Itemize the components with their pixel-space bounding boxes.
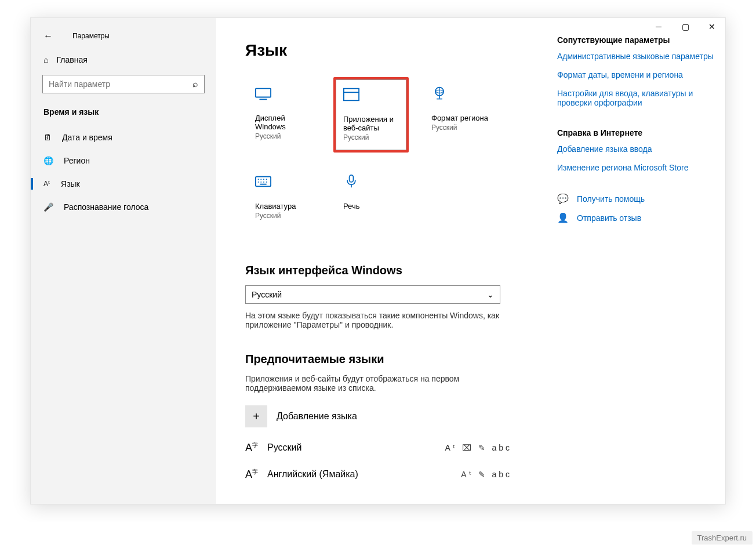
help-icon: 💬: [557, 193, 568, 204]
language-glyph-icon: A字: [245, 468, 258, 481]
plus-icon: +: [245, 405, 267, 427]
window-controls: ─ ▢ ✕: [645, 18, 725, 35]
home-icon: ⌂: [43, 55, 48, 64]
select-value: Русский: [252, 290, 282, 299]
language-name: Английский (Ямайка): [267, 469, 358, 480]
get-help-link[interactable]: Получить помощь: [577, 194, 645, 204]
globe-icon: 🌐: [43, 156, 53, 165]
back-button[interactable]: ←: [43, 31, 53, 41]
link-admin-lang[interactable]: Административные языковые параметры: [557, 52, 714, 61]
language-icon: Aᵗ: [43, 180, 50, 188]
section-interface-lang: Язык интерфейса Windows: [245, 264, 528, 277]
search-input[interactable]: ⌕: [42, 75, 205, 93]
related-heading: Сопутствующие параметры: [557, 35, 714, 45]
apps-icon: [343, 87, 401, 110]
svg-rect-2: [344, 89, 359, 101]
main-content: Язык Дисплей Windows Русский Приложения …: [216, 18, 557, 504]
sidebar-item-label: Регион: [64, 156, 90, 165]
language-feature-icons: Aᵗ ⌧ ✎ abc: [445, 443, 512, 452]
section-preferred-langs: Предпочитаемые языки: [245, 353, 528, 366]
sidebar: ← Параметры ⌂ Главная ⌕ Время и язык 🗓 Д…: [31, 18, 216, 504]
sidebar-item-region[interactable]: 🌐 Регион: [31, 149, 216, 172]
add-language-label: Добавление языка: [277, 411, 357, 422]
svg-point-12: [258, 182, 259, 183]
interface-lang-desc: На этом языке будут показываться такие к…: [245, 311, 512, 329]
sidebar-item-speech[interactable]: 🎤 Распознавание голоса: [31, 195, 216, 219]
svg-rect-7: [256, 177, 271, 187]
svg-point-8: [258, 179, 259, 180]
tile-sub: Русский: [255, 132, 314, 140]
minimize-button[interactable]: ─: [645, 18, 672, 35]
tile-keyboard[interactable]: Клавиатура Русский: [245, 165, 321, 241]
sidebar-home-label: Главная: [56, 55, 87, 64]
tile-sub: Русский: [255, 212, 314, 220]
chevron-down-icon: ⌄: [487, 290, 494, 299]
language-glyph-icon: A字: [245, 441, 258, 454]
sidebar-home[interactable]: ⌂ Главная: [31, 41, 216, 75]
svg-rect-0: [256, 89, 271, 97]
sidebar-item-label: Язык: [61, 179, 80, 188]
help-heading: Справка в Интернете: [557, 128, 714, 137]
search-field[interactable]: [49, 79, 192, 89]
svg-point-10: [263, 179, 264, 180]
language-row-english-jamaica[interactable]: A字 Английский (Ямайка) Aᵗ ✎ abc: [245, 461, 512, 488]
svg-point-9: [260, 179, 261, 180]
get-help-row[interactable]: 💬 Получить помощь: [557, 193, 714, 204]
link-date-format[interactable]: Формат даты, времени и региона: [557, 70, 714, 79]
sidebar-item-label: Дата и время: [62, 133, 112, 142]
tile-speech[interactable]: Речь: [333, 165, 409, 241]
preferred-langs-desc: Приложения и веб-сайты будут отображатьс…: [245, 374, 512, 393]
add-language-row[interactable]: + Добавление языка: [245, 398, 512, 434]
calendar-icon: 🗓: [43, 133, 52, 142]
sidebar-item-language[interactable]: Aᵗ Язык: [31, 172, 216, 195]
page-title: Язык: [245, 41, 528, 60]
mic-icon: [343, 174, 402, 197]
app-title: Параметры: [72, 32, 110, 40]
tile-label: Клавиатура: [255, 202, 314, 211]
search-icon: ⌕: [192, 79, 198, 89]
tile-label: Речь: [343, 202, 402, 211]
tile-sub: Русский: [343, 133, 401, 141]
svg-point-13: [260, 182, 261, 183]
tile-apps-websites[interactable]: Приложения и веб-сайты Русский: [333, 77, 409, 153]
language-name: Русский: [267, 442, 301, 453]
link-add-input-lang[interactable]: Добавление языка ввода: [557, 144, 714, 154]
microphone-icon: 🎤: [43, 202, 53, 212]
tile-display[interactable]: Дисплей Windows Русский: [245, 77, 321, 153]
link-input-settings[interactable]: Настройки для ввода, клавиатуры и провер…: [557, 89, 714, 107]
right-column: Сопутствующие параметры Административные…: [557, 18, 725, 504]
tile-label: Дисплей Windows: [255, 114, 314, 131]
tile-region-format[interactable]: Формат региона Русский: [421, 77, 497, 153]
svg-point-15: [266, 182, 267, 183]
sidebar-group-title: Время и язык: [31, 101, 216, 126]
maximize-button[interactable]: ▢: [672, 18, 699, 35]
svg-point-11: [266, 179, 267, 180]
monitor-icon: [255, 86, 314, 109]
sidebar-item-label: Распознавание голоса: [64, 202, 148, 212]
feedback-row[interactable]: 👤 Отправить отзыв: [557, 212, 714, 223]
feedback-icon: 👤: [557, 212, 568, 223]
language-feature-icons: Aᵗ ✎ abc: [461, 470, 512, 479]
link-change-store-region[interactable]: Изменение региона Microsoft Store: [557, 163, 714, 172]
tile-label: Приложения и веб-сайты: [343, 115, 401, 132]
language-row-russian[interactable]: A字 Русский Aᵗ ⌧ ✎ abc: [245, 434, 512, 461]
svg-rect-17: [350, 175, 354, 182]
keyboard-icon: [255, 174, 314, 197]
tile-sub: Русский: [431, 124, 490, 132]
sidebar-item-date-time[interactable]: 🗓 Дата и время: [31, 126, 216, 149]
feedback-link[interactable]: Отправить отзыв: [577, 213, 641, 223]
globe-stand-icon: [431, 86, 490, 109]
svg-point-14: [263, 182, 264, 183]
tile-label: Формат региона: [431, 114, 490, 122]
interface-lang-select[interactable]: Русский ⌄: [245, 285, 500, 304]
close-button[interactable]: ✕: [699, 18, 725, 35]
